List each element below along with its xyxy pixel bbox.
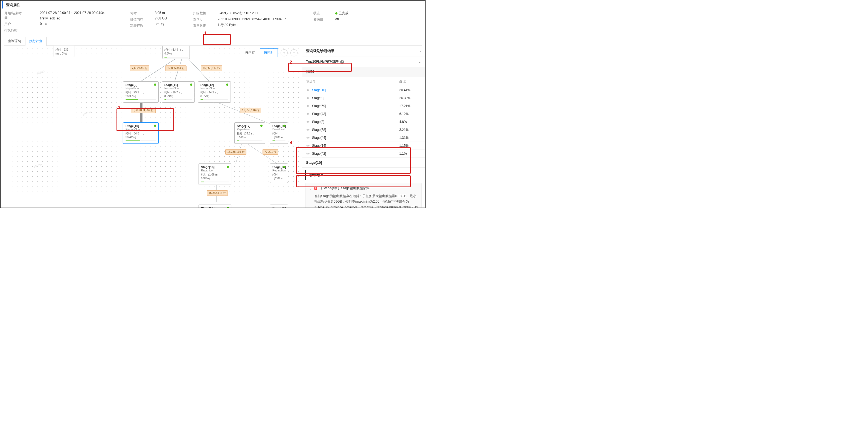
stage-info: 耗时（3.00 m xyxy=(272,132,285,139)
plan-canvas[interactable]: aliyun aliyun aliyun 按内存 按耗时 + − xyxy=(1,46,302,208)
status-dot-icon xyxy=(283,124,285,127)
diagnosis-item-1[interactable]: ⌄ 【Stage诊断】Stage输出数据倾斜 当前Stage的输出数据存在倾斜：… xyxy=(306,183,422,208)
table-row[interactable]: Stage[8] 4.8% xyxy=(302,118,425,126)
page-title: 查询属性 xyxy=(2,1,423,8)
row-pct: 30.41% xyxy=(399,88,421,92)
table-row[interactable]: Stage[43] 6.12% xyxy=(302,110,425,118)
svg-line-5 xyxy=(211,101,236,125)
rg-label: 资源组 xyxy=(313,17,333,22)
stage-type: Broadcast xyxy=(272,128,285,131)
write-value: 859 行 xyxy=(155,22,164,26)
stage-info: 耗时（34.5 m，30.41%） xyxy=(126,132,156,139)
stage-info: 耗时（29.9 m，26.39%） xyxy=(126,91,156,98)
stage-node-11[interactable]: Stage[11] RemoteScan 耗时（19.7 s，0.29%） xyxy=(162,81,195,103)
stage-name: Stage[9] xyxy=(126,83,156,87)
sort-by-time-button[interactable]: 按耗时 xyxy=(260,49,278,57)
queue-label: 排队耗时 xyxy=(4,28,24,33)
row-name: Stage[42] xyxy=(312,152,399,155)
stage-node-18[interactable]: Stage[18] Repartition 耗时（1.06 m，0.94%） xyxy=(198,164,231,185)
user-value: firefly_adb_etl xyxy=(40,17,60,20)
table-row[interactable]: Stage[10] 30.41% xyxy=(302,86,425,94)
row-name: Stage[9] xyxy=(312,96,399,100)
stage-node-24[interactable]: Stage[24] Repartition 耗时（2.02 s xyxy=(270,164,288,183)
tab-bar: 查询语句 执行计划 xyxy=(4,37,422,46)
table-row[interactable]: Stage[9] 26.39% xyxy=(302,94,425,102)
col-pct: 占比 xyxy=(399,79,421,84)
stage-name: Stage[17] xyxy=(237,124,262,128)
tab-sql[interactable]: 查询语句 xyxy=(4,37,25,46)
chevron-down-icon: ⌄ xyxy=(309,187,312,190)
stage-node-17[interactable]: Stage[17] Repartition 耗时（34.6 s，0.51%） xyxy=(235,122,265,144)
diagnosis-body: 当前Stage的输出数据存在倾斜：子任务最大输出数据量6.18GB，最小输出数据… xyxy=(306,193,422,208)
status-dot-icon xyxy=(190,84,192,86)
scan-value: 3,459,730,852 行 / 107.2 GB xyxy=(218,11,259,15)
rg-value: etl xyxy=(335,17,339,21)
status-dot-icon xyxy=(226,84,228,86)
status-dot-icon xyxy=(154,84,156,86)
stage-node-25[interactable]: Stage[25] RemoteScan xyxy=(270,204,288,208)
gear-icon xyxy=(306,136,310,140)
summary-block: 开始/结束时间 用户 排队耗时 2021-07-28 09:00:37 ~ 20… xyxy=(1,9,425,37)
tab-plan[interactable]: 执行计划 xyxy=(25,37,46,46)
selected-stage-title: Stage[10] xyxy=(302,158,425,168)
gear-icon xyxy=(306,152,310,155)
query-diag-header[interactable]: 查询级别诊断结果 › xyxy=(302,46,425,56)
row-name: Stage[44] xyxy=(312,136,399,140)
write-label: 写表行数 xyxy=(130,24,149,28)
edge-label: 7,652,546 行 xyxy=(130,65,149,71)
stage-type: RemoteScan xyxy=(164,87,192,90)
top10-header[interactable]: Top10耗时/内存倒序? ⌄ xyxy=(302,56,425,67)
start-end-value: 2021-07-28 09:00:37 ~ 2021-07-28 09:04:3… xyxy=(40,11,105,15)
edge-label: 16,358,116 行 xyxy=(225,149,246,155)
table-header: 节点名 占比 xyxy=(302,77,425,86)
sort-by-memory-button[interactable]: 按内存 xyxy=(241,49,259,57)
stage-name: Stage[11] xyxy=(164,83,192,87)
edge-label: 16,358,116 行 xyxy=(207,190,228,196)
by-time-subhead: 按耗时 xyxy=(302,67,425,77)
svg-point-14 xyxy=(307,121,309,123)
table-row[interactable]: Stage[14] 1.15% xyxy=(302,142,425,150)
return-value: 1 行 / 9 Bytes xyxy=(218,23,237,27)
row-pct: 1.31% xyxy=(399,136,421,140)
stage-name: Stage[10] xyxy=(126,124,156,128)
row-pct: 6.12% xyxy=(399,112,421,116)
table-row[interactable]: Stage[44] 1.31% xyxy=(302,134,425,142)
gear-icon xyxy=(306,88,310,92)
stage-node-10[interactable]: Stage[10] RemoteScan 耗时（34.5 m，30.41%） xyxy=(123,122,159,144)
diagnosis-section-title: 诊断结果 xyxy=(305,170,425,180)
stage-node-top[interactable]: 耗时（232 ms，0%） xyxy=(54,46,74,57)
stage-name: Stage[12] xyxy=(200,83,228,87)
queue-value: 0 ms xyxy=(40,22,47,26)
user-label: 用户 xyxy=(4,22,24,27)
status-dot-icon xyxy=(154,124,156,127)
state-label: 状态 xyxy=(313,11,333,16)
top10-title: Top10耗时/内存倒序 xyxy=(306,59,339,63)
gear-icon xyxy=(306,128,310,132)
zoom-in-button[interactable]: + xyxy=(281,49,288,56)
stage-node-12[interactable]: Stage[12] RemoteScan 耗时（44.2 s，0.65%） xyxy=(198,81,231,103)
status-dot-icon xyxy=(260,124,262,127)
status-dot-icon xyxy=(283,166,285,168)
state-value: 已完成 xyxy=(339,11,348,15)
table-row[interactable]: Stage[68] 3.21% xyxy=(302,126,425,134)
qid-label: 查询Id xyxy=(193,17,212,22)
gear-icon xyxy=(306,112,310,116)
stage-node-middle[interactable]: 耗时（5.44 m，4.8%） xyxy=(162,46,190,59)
help-icon[interactable]: ? xyxy=(340,60,344,64)
row-name: Stage[68] xyxy=(312,128,399,132)
stage-node-9[interactable]: Stage[9] Repartition 耗时（29.9 m，26.39%） xyxy=(123,81,159,103)
stage-node-26[interactable]: Stage[26] Broadcast 耗时（3.00 m xyxy=(270,122,288,144)
edge-label: 16,358,117 行 xyxy=(201,65,222,71)
error-icon xyxy=(314,187,317,190)
table-row[interactable]: Stage[69] 17.21% xyxy=(302,102,425,110)
svg-point-12 xyxy=(307,106,309,107)
stage-type: Repartition xyxy=(201,169,229,172)
table-row[interactable]: Stage[42] 1.1% xyxy=(302,150,425,158)
stage-name: Stage[25] xyxy=(272,206,285,208)
gear-icon xyxy=(306,120,310,124)
row-pct: 3.21% xyxy=(399,128,421,132)
qid-value: 202108280900371921682542040315173943 7 xyxy=(218,17,286,21)
stage-node-19[interactable]: Stage[19] RemoteScan xyxy=(198,204,231,208)
row-name: Stage[10] xyxy=(312,88,399,92)
zoom-out-button[interactable]: − xyxy=(290,49,298,56)
